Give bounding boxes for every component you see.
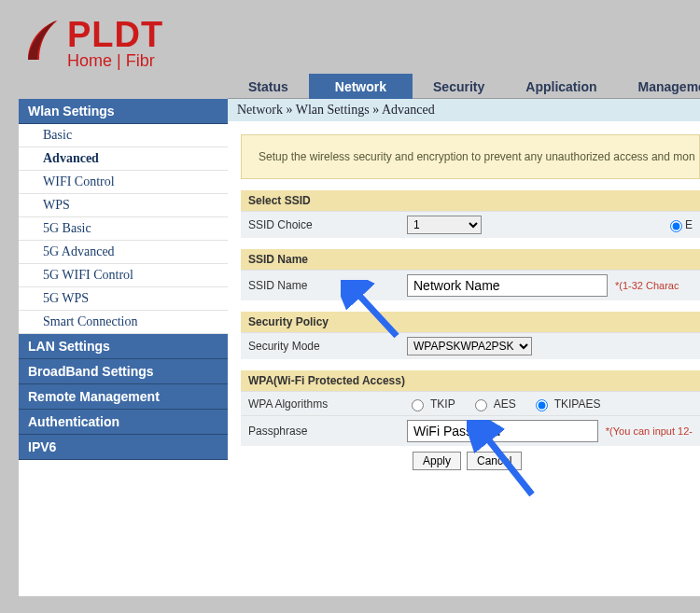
algo-tkip-radio[interactable] [412,399,424,411]
logo-main-text: PLDT [67,17,163,52]
passphrase-input[interactable] [407,420,598,442]
breadcrumb-part: Wlan Settings [296,103,370,117]
label-ssid-choice: SSID Choice [248,218,407,231]
sidebar-head-lan[interactable]: LAN Settings [19,334,228,359]
security-mode-select[interactable]: WPAPSKWPA2PSK [407,337,532,355]
top-nav: Status Network Security Application Mana… [228,75,700,99]
sidebar-item-advanced[interactable]: Advanced [19,147,228,171]
breadcrumb-part: Advanced [382,103,435,117]
sidebar-item-basic[interactable]: Basic [19,124,228,147]
label-passphrase: Passphrase [248,425,407,438]
breadcrumb-part: Network [237,103,283,117]
tab-management[interactable]: Managemen [618,76,700,98]
breadcrumb: Network » Wlan Settings » Advanced [228,99,700,121]
section-wpa: WPA(Wi-Fi Protected Access) [241,370,700,391]
sidebar-head-broadband[interactable]: BroadBand Settings [19,359,228,384]
ssid-choice-select[interactable]: 1 [407,216,482,234]
passphrase-hint: *(You can input 12- [606,425,693,437]
logo-sub-text: Home | Fibr [67,52,163,69]
brand-logo: PLDT Home | Fibr [21,17,700,69]
cancel-button[interactable]: Cancel [467,452,522,470]
ssid-name-hint: *(1-32 Charac [615,280,679,291]
sidebar-item-5g-basic[interactable]: 5G Basic [19,217,228,241]
algo-aes-radio[interactable] [475,399,487,411]
sidebar: Wlan Settings Basic Advanced WIFI Contro… [19,99,228,596]
sidebar-head-auth[interactable]: Authentication [19,410,228,435]
sidebar-item-5g-wifi-control[interactable]: 5G WIFI Control [19,264,228,287]
tab-security[interactable]: Security [413,76,505,98]
description-box: Setup the wireless security and encrypti… [241,134,700,179]
algo-aes-label: AES [494,397,516,411]
sidebar-item-5g-wps[interactable]: 5G WPS [19,287,228,311]
section-ssid-name: SSID Name [241,249,700,270]
algo-tkipaes-label: TKIPAES [554,397,601,411]
tab-application[interactable]: Application [505,76,617,98]
label-security-mode: Security Mode [248,340,407,353]
sidebar-head-wlan[interactable]: Wlan Settings [19,99,228,124]
ssid-enable-label: E [685,218,693,231]
ssid-enable-radio[interactable] [670,220,682,232]
sidebar-item-smart-connection[interactable]: Smart Connection [19,311,228,334]
algo-tkip-label: TKIP [430,397,455,411]
label-wpa-algorithms: WPA Algorithms [248,397,407,411]
ssid-name-input[interactable] [407,274,608,297]
sidebar-head-ipv6[interactable]: IPV6 [19,435,228,460]
section-security-policy: Security Policy [241,312,700,332]
sidebar-item-5g-advanced[interactable]: 5G Advanced [19,241,228,264]
section-select-ssid: Select SSID [241,190,700,211]
sidebar-head-remote[interactable]: Remote Management [19,384,228,410]
label-ssid-name: SSID Name [248,279,407,292]
tab-network[interactable]: Network [309,74,413,100]
apply-button[interactable]: Apply [413,452,461,470]
content-area: Network » Wlan Settings » Advanced Setup… [228,99,700,596]
tab-status[interactable]: Status [228,76,309,98]
sidebar-item-wps[interactable]: WPS [19,194,228,217]
algo-tkipaes-radio[interactable] [536,399,548,411]
logo-swoosh-icon [21,17,62,63]
sidebar-item-wifi-control[interactable]: WIFI Control [19,171,228,194]
